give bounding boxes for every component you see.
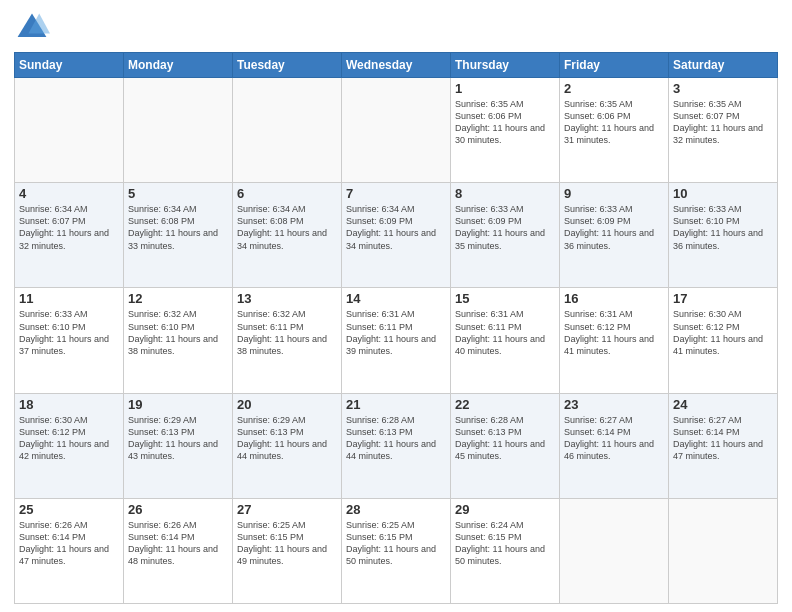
day-number: 24 bbox=[673, 397, 773, 412]
table-row: 29Sunrise: 6:24 AM Sunset: 6:15 PM Dayli… bbox=[451, 498, 560, 603]
day-number: 11 bbox=[19, 291, 119, 306]
day-info: Sunrise: 6:31 AM Sunset: 6:12 PM Dayligh… bbox=[564, 308, 664, 357]
day-number: 9 bbox=[564, 186, 664, 201]
day-info: Sunrise: 6:32 AM Sunset: 6:11 PM Dayligh… bbox=[237, 308, 337, 357]
calendar-week-row: 25Sunrise: 6:26 AM Sunset: 6:14 PM Dayli… bbox=[15, 498, 778, 603]
table-row: 8Sunrise: 6:33 AM Sunset: 6:09 PM Daylig… bbox=[451, 183, 560, 288]
day-info: Sunrise: 6:35 AM Sunset: 6:06 PM Dayligh… bbox=[564, 98, 664, 147]
day-info: Sunrise: 6:34 AM Sunset: 6:07 PM Dayligh… bbox=[19, 203, 119, 252]
table-row: 4Sunrise: 6:34 AM Sunset: 6:07 PM Daylig… bbox=[15, 183, 124, 288]
table-row: 26Sunrise: 6:26 AM Sunset: 6:14 PM Dayli… bbox=[124, 498, 233, 603]
day-info: Sunrise: 6:26 AM Sunset: 6:14 PM Dayligh… bbox=[128, 519, 228, 568]
table-row bbox=[15, 78, 124, 183]
day-info: Sunrise: 6:34 AM Sunset: 6:08 PM Dayligh… bbox=[128, 203, 228, 252]
day-number: 25 bbox=[19, 502, 119, 517]
day-number: 4 bbox=[19, 186, 119, 201]
table-row: 18Sunrise: 6:30 AM Sunset: 6:12 PM Dayli… bbox=[15, 393, 124, 498]
col-friday: Friday bbox=[560, 53, 669, 78]
day-number: 17 bbox=[673, 291, 773, 306]
calendar-table: Sunday Monday Tuesday Wednesday Thursday… bbox=[14, 52, 778, 604]
calendar-header-row: Sunday Monday Tuesday Wednesday Thursday… bbox=[15, 53, 778, 78]
table-row: 16Sunrise: 6:31 AM Sunset: 6:12 PM Dayli… bbox=[560, 288, 669, 393]
table-row: 3Sunrise: 6:35 AM Sunset: 6:07 PM Daylig… bbox=[669, 78, 778, 183]
day-number: 14 bbox=[346, 291, 446, 306]
col-thursday: Thursday bbox=[451, 53, 560, 78]
day-number: 16 bbox=[564, 291, 664, 306]
col-saturday: Saturday bbox=[669, 53, 778, 78]
table-row: 9Sunrise: 6:33 AM Sunset: 6:09 PM Daylig… bbox=[560, 183, 669, 288]
logo bbox=[14, 10, 54, 46]
calendar-week-row: 11Sunrise: 6:33 AM Sunset: 6:10 PM Dayli… bbox=[15, 288, 778, 393]
day-info: Sunrise: 6:28 AM Sunset: 6:13 PM Dayligh… bbox=[455, 414, 555, 463]
day-info: Sunrise: 6:28 AM Sunset: 6:13 PM Dayligh… bbox=[346, 414, 446, 463]
calendar-week-row: 4Sunrise: 6:34 AM Sunset: 6:07 PM Daylig… bbox=[15, 183, 778, 288]
day-info: Sunrise: 6:34 AM Sunset: 6:09 PM Dayligh… bbox=[346, 203, 446, 252]
day-number: 8 bbox=[455, 186, 555, 201]
table-row bbox=[560, 498, 669, 603]
table-row bbox=[342, 78, 451, 183]
day-info: Sunrise: 6:31 AM Sunset: 6:11 PM Dayligh… bbox=[455, 308, 555, 357]
table-row bbox=[233, 78, 342, 183]
day-number: 10 bbox=[673, 186, 773, 201]
day-number: 7 bbox=[346, 186, 446, 201]
day-info: Sunrise: 6:27 AM Sunset: 6:14 PM Dayligh… bbox=[673, 414, 773, 463]
day-info: Sunrise: 6:25 AM Sunset: 6:15 PM Dayligh… bbox=[346, 519, 446, 568]
day-number: 12 bbox=[128, 291, 228, 306]
calendar-body: 1Sunrise: 6:35 AM Sunset: 6:06 PM Daylig… bbox=[15, 78, 778, 604]
day-info: Sunrise: 6:29 AM Sunset: 6:13 PM Dayligh… bbox=[128, 414, 228, 463]
day-info: Sunrise: 6:26 AM Sunset: 6:14 PM Dayligh… bbox=[19, 519, 119, 568]
day-number: 19 bbox=[128, 397, 228, 412]
col-sunday: Sunday bbox=[15, 53, 124, 78]
day-info: Sunrise: 6:29 AM Sunset: 6:13 PM Dayligh… bbox=[237, 414, 337, 463]
day-info: Sunrise: 6:25 AM Sunset: 6:15 PM Dayligh… bbox=[237, 519, 337, 568]
col-monday: Monday bbox=[124, 53, 233, 78]
day-info: Sunrise: 6:33 AM Sunset: 6:10 PM Dayligh… bbox=[19, 308, 119, 357]
day-number: 28 bbox=[346, 502, 446, 517]
day-number: 1 bbox=[455, 81, 555, 96]
day-number: 21 bbox=[346, 397, 446, 412]
table-row: 19Sunrise: 6:29 AM Sunset: 6:13 PM Dayli… bbox=[124, 393, 233, 498]
day-number: 13 bbox=[237, 291, 337, 306]
day-info: Sunrise: 6:24 AM Sunset: 6:15 PM Dayligh… bbox=[455, 519, 555, 568]
day-info: Sunrise: 6:34 AM Sunset: 6:08 PM Dayligh… bbox=[237, 203, 337, 252]
calendar-week-row: 1Sunrise: 6:35 AM Sunset: 6:06 PM Daylig… bbox=[15, 78, 778, 183]
table-row: 28Sunrise: 6:25 AM Sunset: 6:15 PM Dayli… bbox=[342, 498, 451, 603]
day-number: 2 bbox=[564, 81, 664, 96]
table-row: 2Sunrise: 6:35 AM Sunset: 6:06 PM Daylig… bbox=[560, 78, 669, 183]
col-wednesday: Wednesday bbox=[342, 53, 451, 78]
day-info: Sunrise: 6:31 AM Sunset: 6:11 PM Dayligh… bbox=[346, 308, 446, 357]
day-info: Sunrise: 6:35 AM Sunset: 6:06 PM Dayligh… bbox=[455, 98, 555, 147]
table-row: 21Sunrise: 6:28 AM Sunset: 6:13 PM Dayli… bbox=[342, 393, 451, 498]
day-info: Sunrise: 6:33 AM Sunset: 6:10 PM Dayligh… bbox=[673, 203, 773, 252]
day-info: Sunrise: 6:33 AM Sunset: 6:09 PM Dayligh… bbox=[564, 203, 664, 252]
table-row: 27Sunrise: 6:25 AM Sunset: 6:15 PM Dayli… bbox=[233, 498, 342, 603]
table-row: 11Sunrise: 6:33 AM Sunset: 6:10 PM Dayli… bbox=[15, 288, 124, 393]
day-number: 22 bbox=[455, 397, 555, 412]
day-number: 18 bbox=[19, 397, 119, 412]
day-number: 15 bbox=[455, 291, 555, 306]
table-row: 25Sunrise: 6:26 AM Sunset: 6:14 PM Dayli… bbox=[15, 498, 124, 603]
page: Sunday Monday Tuesday Wednesday Thursday… bbox=[0, 0, 792, 612]
day-number: 27 bbox=[237, 502, 337, 517]
table-row: 13Sunrise: 6:32 AM Sunset: 6:11 PM Dayli… bbox=[233, 288, 342, 393]
table-row: 17Sunrise: 6:30 AM Sunset: 6:12 PM Dayli… bbox=[669, 288, 778, 393]
day-number: 29 bbox=[455, 502, 555, 517]
table-row: 15Sunrise: 6:31 AM Sunset: 6:11 PM Dayli… bbox=[451, 288, 560, 393]
table-row: 23Sunrise: 6:27 AM Sunset: 6:14 PM Dayli… bbox=[560, 393, 669, 498]
table-row: 24Sunrise: 6:27 AM Sunset: 6:14 PM Dayli… bbox=[669, 393, 778, 498]
table-row: 22Sunrise: 6:28 AM Sunset: 6:13 PM Dayli… bbox=[451, 393, 560, 498]
table-row bbox=[669, 498, 778, 603]
table-row: 10Sunrise: 6:33 AM Sunset: 6:10 PM Dayli… bbox=[669, 183, 778, 288]
day-number: 3 bbox=[673, 81, 773, 96]
table-row: 14Sunrise: 6:31 AM Sunset: 6:11 PM Dayli… bbox=[342, 288, 451, 393]
header bbox=[14, 10, 778, 46]
calendar-week-row: 18Sunrise: 6:30 AM Sunset: 6:12 PM Dayli… bbox=[15, 393, 778, 498]
table-row: 6Sunrise: 6:34 AM Sunset: 6:08 PM Daylig… bbox=[233, 183, 342, 288]
table-row: 12Sunrise: 6:32 AM Sunset: 6:10 PM Dayli… bbox=[124, 288, 233, 393]
day-info: Sunrise: 6:35 AM Sunset: 6:07 PM Dayligh… bbox=[673, 98, 773, 147]
table-row bbox=[124, 78, 233, 183]
table-row: 7Sunrise: 6:34 AM Sunset: 6:09 PM Daylig… bbox=[342, 183, 451, 288]
day-info: Sunrise: 6:33 AM Sunset: 6:09 PM Dayligh… bbox=[455, 203, 555, 252]
table-row: 20Sunrise: 6:29 AM Sunset: 6:13 PM Dayli… bbox=[233, 393, 342, 498]
day-number: 23 bbox=[564, 397, 664, 412]
